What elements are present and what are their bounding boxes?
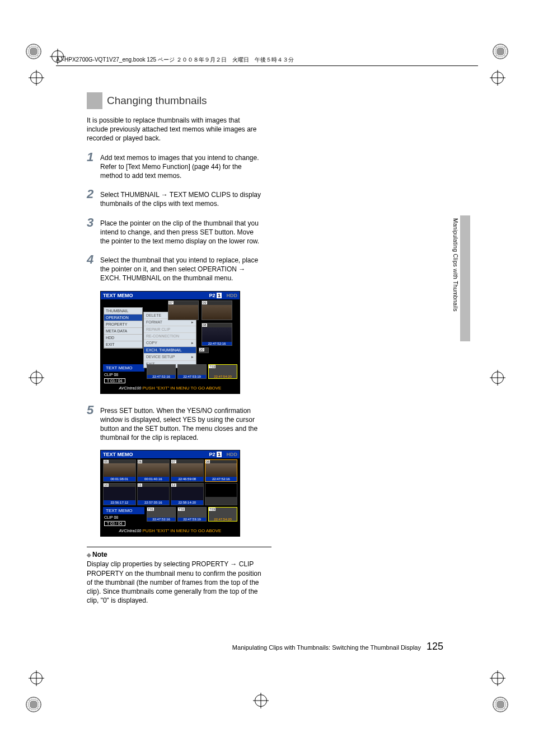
- step-5-text: Press SET button. When the YES/NO confir…: [100, 404, 263, 443]
- ss1-footer: PUSH "EXIT" IN MENU TO GO ABOVE: [142, 386, 221, 391]
- screenshot-menu: TEXT MEMO P2 1 HDD THUMBNAIL OPERATION P…: [100, 291, 240, 394]
- p2-label: P2: [209, 452, 215, 457]
- step-number: 1: [87, 151, 100, 181]
- side-tab-strip: [460, 215, 470, 341]
- step-4-text: Select the thumbnail that you intend to …: [100, 253, 263, 283]
- intro-text: It is possible to replace thumbnails wit…: [87, 116, 260, 143]
- submenu-copy: COPY: [146, 341, 157, 345]
- registration-mark: [255, 694, 267, 707]
- hdd-label: HDD: [227, 452, 238, 457]
- step-number: 4: [87, 253, 100, 283]
- grid-cell: 0722:46:59:08: [171, 459, 204, 482]
- ss2-footer: PUSH "EXIT" IN MENU TO GO ABOVE: [142, 528, 221, 533]
- step-3-text: Place the pointer on the clip of the thu…: [100, 217, 263, 246]
- ss2-title: TEXT MEMO: [103, 452, 133, 457]
- submenu-delete: DELETE: [146, 313, 161, 317]
- grid-cell: [205, 483, 238, 505]
- grid-cell: 1122:57:35:16: [137, 483, 170, 505]
- thumb-09: 08 22:47:52:16: [202, 323, 232, 346]
- crop-mark: [26, 44, 41, 59]
- section-title-bar: Changing thumbnails: [87, 92, 448, 109]
- p2-slot: 1: [217, 452, 222, 457]
- registration-mark: [30, 72, 43, 84]
- menu-hdd: HDD: [104, 335, 142, 341]
- clip-label: TEXT MEMO: [106, 508, 132, 513]
- menu-thumbnail: THUMBNAIL: [104, 308, 142, 314]
- hdd-label: HDD: [227, 293, 238, 298]
- step-2-text: Select THUMBNAIL → TEXT MEMO CLIPS to di…: [100, 188, 263, 208]
- ss1-submenu: DELETE FORMAT▸ REPAIR CLIP RE-CONNECTION…: [143, 312, 196, 368]
- submenu-exch-thumbnail: EXCH. THUMBNAIL: [146, 348, 182, 352]
- registration-mark: [491, 672, 504, 684]
- step-number: 2: [87, 188, 100, 208]
- submenu-reconnection: RE-CONNECTION: [146, 334, 179, 338]
- registration-mark: [491, 72, 504, 84]
- note-body: Display clip properties by selecting PRO…: [87, 560, 263, 605]
- step-number: 3: [87, 217, 100, 246]
- screenshot-grid: TEXT MEMO P2 1 HDD 0500:01:38.01 0600:01…: [100, 450, 240, 537]
- thumb-07: 07: [168, 300, 199, 320]
- grid-cell: 0500:01:38.01: [103, 459, 136, 482]
- clip-count: T 03 / 04: [104, 378, 125, 383]
- registration-mark: [30, 672, 43, 684]
- submenu-device-setup: DEVICE SETUP: [146, 355, 175, 359]
- crop-mark: [493, 44, 508, 59]
- step-1-text: Add text memos to images that you intend…: [100, 151, 263, 181]
- p2-label: P2: [209, 293, 215, 298]
- menu-metadata: META DATA: [104, 328, 142, 335]
- grid-cell: 1022:56:17:12: [103, 483, 136, 505]
- grid-cell: 0600:01:40.16: [137, 459, 170, 482]
- submenu-format: FORMAT: [146, 320, 162, 325]
- grid-cell: 1222:58:14:20: [171, 483, 204, 505]
- menu-operation: OPERATION: [104, 314, 142, 321]
- step-number: 5: [87, 404, 100, 443]
- crop-mark: [493, 697, 508, 712]
- crop-mark: [26, 697, 41, 712]
- registration-mark: [491, 372, 504, 384]
- ss1-main-menu: THUMBNAIL OPERATION PROPERTY META DATA H…: [104, 307, 143, 349]
- registration-mark: [30, 372, 43, 384]
- book-header: AJ-HPX2700G-VQT1V27_eng.book 125 ページ ２００…: [56, 57, 294, 63]
- menu-property: PROPERTY: [104, 321, 142, 328]
- clip-count: T 03 / 04: [104, 521, 125, 526]
- clip-name: CLIP 08: [104, 373, 118, 377]
- submenu-repair: REPAIR CLIP: [146, 327, 170, 331]
- menu-exit: EXIT: [104, 341, 142, 348]
- thumb-08: 09: [202, 300, 232, 320]
- section-title: Changing thumbnails: [102, 92, 448, 109]
- grid-cell: 0822:47:52:16: [205, 459, 238, 482]
- ss1-title: TEXT MEMO: [103, 293, 133, 298]
- footer-text: Manipulating Clips with Thumbnails: Swit…: [232, 644, 421, 651]
- side-tab-text: Manipulating Clips with Thumbnails: [452, 218, 458, 312]
- note-rule: [87, 547, 271, 547]
- clip-label: TEXT MEMO: [106, 365, 132, 370]
- format-logo: AVCIntra100: [119, 386, 142, 390]
- format-logo: AVCIntra100: [119, 529, 142, 533]
- thumb-20: 20: [199, 348, 209, 353]
- note-heading: Note: [87, 551, 448, 558]
- p2-slot: 1: [217, 293, 222, 298]
- page-number: 125: [427, 641, 443, 652]
- clip-name: CLIP 08: [104, 515, 118, 519]
